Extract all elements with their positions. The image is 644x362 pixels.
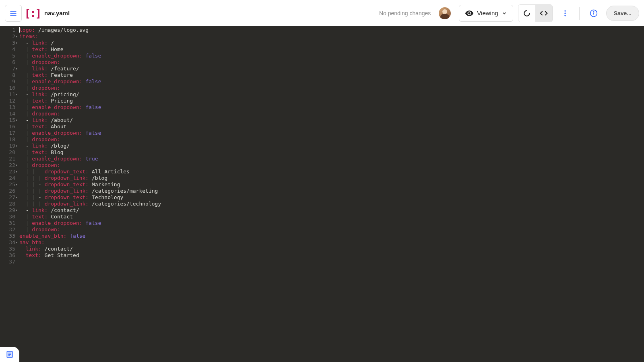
code-line[interactable]: | text: Pricing bbox=[19, 98, 644, 104]
code-line[interactable]: | | | dropdown_link: /categories/marketi… bbox=[19, 188, 644, 194]
code-line[interactable]: | enable_dropdown: false bbox=[19, 130, 644, 136]
fold-toggle[interactable]: ▾ bbox=[15, 239, 18, 246]
line-number: 15▾ bbox=[0, 117, 15, 123]
preview-mode-button[interactable] bbox=[518, 5, 535, 22]
line-number: 12 bbox=[0, 98, 15, 104]
svg-point-6 bbox=[564, 15, 566, 16]
code-line[interactable]: | dropdown: bbox=[19, 85, 644, 91]
save-button[interactable]: Save... bbox=[606, 6, 639, 21]
line-number: 16 bbox=[0, 123, 15, 130]
text-cursor bbox=[19, 27, 20, 33]
view-mode-dropdown[interactable]: Viewing bbox=[459, 5, 513, 22]
line-number: 1 bbox=[0, 27, 15, 33]
code-line[interactable] bbox=[19, 259, 644, 265]
code-line[interactable]: | | - dropdown_text: All Articles bbox=[19, 169, 644, 175]
book-icon bbox=[6, 350, 14, 358]
code-line[interactable]: - link: / bbox=[19, 40, 644, 46]
loading-circle-icon bbox=[523, 9, 531, 17]
line-number: 8 bbox=[0, 72, 15, 78]
view-mode-label: Viewing bbox=[477, 10, 498, 16]
code-editor[interactable]: 12▾3▾4567▾891011▾12131415▾16171819▾20212… bbox=[0, 26, 644, 362]
code-line[interactable]: | text: Feature bbox=[19, 72, 644, 78]
line-number: 28 bbox=[0, 201, 15, 207]
line-number: 29▾ bbox=[0, 207, 15, 214]
code-line[interactable]: | dropdown: bbox=[19, 226, 644, 233]
line-number: 32 bbox=[0, 226, 15, 233]
info-button[interactable] bbox=[586, 6, 601, 21]
user-avatar[interactable] bbox=[439, 7, 451, 19]
code-line[interactable]: - link: /contact/ bbox=[19, 207, 644, 214]
line-number: 19▾ bbox=[0, 143, 15, 149]
code-line[interactable]: | dropdown: bbox=[19, 162, 644, 169]
code-line[interactable]: | text: Contact bbox=[19, 214, 644, 220]
line-number: 5 bbox=[0, 53, 15, 59]
code-line[interactable]: | dropdown: bbox=[19, 111, 644, 117]
code-line[interactable]: - link: /blog/ bbox=[19, 143, 644, 149]
code-line[interactable]: link: /contact/ bbox=[19, 246, 644, 252]
code-line[interactable]: - link: /about/ bbox=[19, 117, 644, 123]
fold-toggle[interactable]: ▾ bbox=[15, 66, 18, 72]
line-number: 22▾ bbox=[0, 162, 15, 169]
fold-toggle[interactable]: ▾ bbox=[15, 91, 18, 98]
fold-toggle[interactable]: ▾ bbox=[15, 40, 18, 46]
code-line[interactable]: | text: Home bbox=[19, 46, 644, 53]
code-line[interactable]: | | | dropdown_link: /categories/technol… bbox=[19, 201, 644, 207]
code-mode-button[interactable] bbox=[535, 5, 552, 22]
code-line[interactable]: | enable_dropdown: false bbox=[19, 53, 644, 59]
line-number: 30 bbox=[0, 214, 15, 220]
code-line[interactable]: nav_btn: bbox=[19, 239, 644, 246]
pending-changes-status: No pending changes bbox=[379, 10, 431, 16]
fold-toggle[interactable]: ▾ bbox=[15, 207, 18, 214]
code-line[interactable]: | enable_dropdown: false bbox=[19, 220, 644, 226]
line-number: 4 bbox=[0, 46, 15, 53]
hamburger-icon bbox=[9, 9, 17, 17]
code-line[interactable]: | enable_dropdown: false bbox=[19, 78, 644, 85]
code-line[interactable]: enable_nav_btn: false bbox=[19, 233, 644, 239]
filename-label: nav.yaml bbox=[44, 10, 70, 16]
code-line[interactable]: | enable_dropdown: false bbox=[19, 104, 644, 111]
line-number: 3▾ bbox=[0, 40, 15, 46]
editor-mode-toggle bbox=[518, 4, 553, 22]
code-icon bbox=[540, 9, 548, 17]
svg-point-5 bbox=[564, 12, 566, 14]
fold-toggle[interactable]: ▾ bbox=[15, 194, 18, 201]
line-number: 18 bbox=[0, 136, 15, 143]
code-line[interactable]: text: Get Started bbox=[19, 252, 644, 259]
code-line[interactable]: - link: /pricing/ bbox=[19, 91, 644, 98]
code-line[interactable]: | dropdown: bbox=[19, 59, 644, 66]
code-line[interactable]: | | - dropdown_text: Technology bbox=[19, 194, 644, 201]
fold-toggle[interactable]: ▾ bbox=[15, 33, 18, 40]
fold-toggle[interactable]: ▾ bbox=[15, 169, 18, 175]
line-number: 10 bbox=[0, 85, 15, 91]
line-number: 14 bbox=[0, 111, 15, 117]
code-line[interactable]: | | | dropdown_link: /blog bbox=[19, 175, 644, 181]
code-line[interactable]: | | - dropdown_text: Marketing bbox=[19, 181, 644, 188]
code-line[interactable]: items: bbox=[19, 33, 644, 40]
line-number: 9 bbox=[0, 78, 15, 85]
header-divider bbox=[579, 7, 580, 20]
menu-button[interactable] bbox=[5, 5, 22, 22]
app-logo: [:] bbox=[27, 7, 39, 19]
line-number: 7▾ bbox=[0, 66, 15, 72]
code-line[interactable]: | text: Blog bbox=[19, 149, 644, 156]
line-number: 25▾ bbox=[0, 181, 15, 188]
code-line[interactable]: - link: /feature/ bbox=[19, 66, 644, 72]
fold-toggle[interactable]: ▾ bbox=[15, 162, 18, 169]
header-bar: [:] nav.yaml No pending changes Viewing … bbox=[0, 0, 644, 26]
bottom-tab-button[interactable] bbox=[0, 347, 19, 362]
code-content[interactable]: logo: /images/logo.svgitems: - link: / |… bbox=[19, 26, 644, 362]
code-line[interactable]: | enable_dropdown: true bbox=[19, 156, 644, 162]
code-line[interactable]: | dropdown: bbox=[19, 136, 644, 143]
line-number: 2▾ bbox=[0, 33, 15, 40]
line-number: 13 bbox=[0, 104, 15, 111]
more-options-button[interactable] bbox=[557, 6, 573, 21]
fold-toggle[interactable]: ▾ bbox=[15, 117, 18, 123]
chevron-down-icon bbox=[502, 10, 507, 16]
fold-toggle[interactable]: ▾ bbox=[15, 181, 18, 188]
line-number: 31 bbox=[0, 220, 15, 226]
line-number: 23▾ bbox=[0, 169, 15, 175]
code-line[interactable]: logo: /images/logo.svg bbox=[19, 27, 644, 33]
line-number: 33 bbox=[0, 233, 15, 239]
fold-toggle[interactable]: ▾ bbox=[15, 143, 18, 149]
code-line[interactable]: | text: About bbox=[19, 123, 644, 130]
